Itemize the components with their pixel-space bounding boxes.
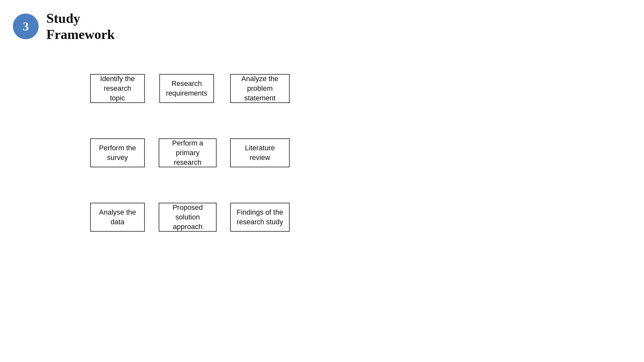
title-line2: Framework [46,26,115,42]
box-primary-research: Perform a primary research [159,138,217,167]
box-requirements: Research requirements [159,74,214,103]
step-badge: 3 [13,14,39,39]
box-analyze: Analyze the problem statement [230,74,290,103]
title-block: Study Framework [46,10,115,43]
title-line1: Study [46,10,115,26]
box-analyse-data: Analyse the data [90,203,145,232]
page-header: 3 Study Framework [0,0,644,53]
box-perform-survey: Perform the survey [90,138,145,167]
box-findings: Findings of the research study [230,203,290,232]
box-proposed: Proposed solution approach [159,203,217,232]
step-number: 3 [23,19,29,33]
box-literature: Literature review [230,138,290,167]
box-identify: Identify the research topic [90,74,145,103]
